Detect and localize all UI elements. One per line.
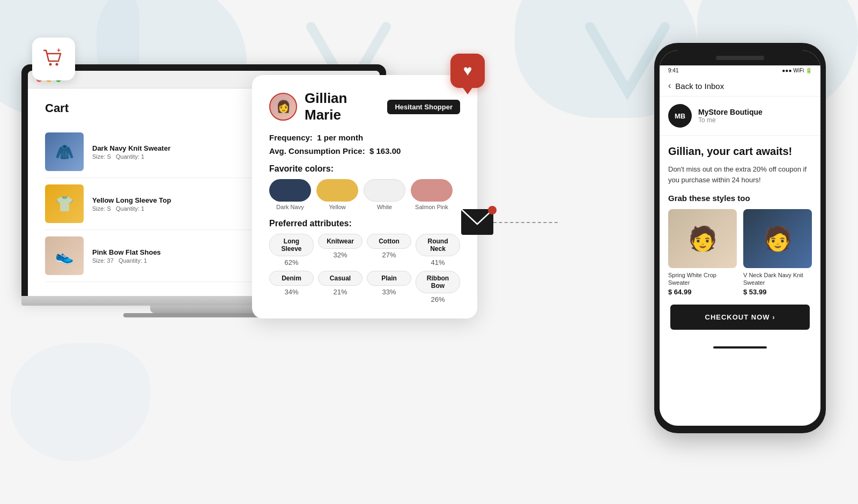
product-1-name: Spring White Crop Sweater xyxy=(668,271,737,287)
phone-time: 9:41 xyxy=(668,68,678,73)
profile-name: Gillian Marie xyxy=(305,90,380,123)
heart-bubble: ♥ xyxy=(450,54,485,88)
swatch-white-color xyxy=(364,179,405,202)
profile-avatar: 👩 xyxy=(269,93,297,121)
email-app: ‹ Back to Inbox MB MyStore Boutique To m… xyxy=(660,76,820,355)
checkout-now-button[interactable]: CHECKOUT NOW › xyxy=(670,305,810,330)
email-body-text: Don't miss out on the extra 20% off coup… xyxy=(668,164,812,185)
swatch-yellow-label: Yellow xyxy=(316,204,358,210)
attr-casual: Casual 21% xyxy=(318,271,363,303)
swatch-salmon-pink-color xyxy=(411,179,453,202)
cart-item-1-image: 🧥 xyxy=(45,132,84,171)
email-body: Gillian, your cart awaits! Don't miss ou… xyxy=(660,136,820,339)
attr-ribbon-bow: Ribbon Bow 26% xyxy=(416,271,460,303)
swatch-white-label: White xyxy=(364,204,405,210)
sender-row: MB MyStore Boutique To me xyxy=(660,97,820,136)
product-2-image: 🧑 xyxy=(743,209,812,268)
background-blob-5 xyxy=(11,343,150,461)
svg-text:+: + xyxy=(57,47,61,54)
attr-cotton: Cotton 27% xyxy=(367,234,411,266)
swatch-yellow-color xyxy=(316,179,358,202)
dashed-line-right xyxy=(493,222,558,223)
swatch-dark-navy-color xyxy=(269,179,311,202)
svg-point-0 xyxy=(49,63,52,66)
product-card-1: 🧑 Spring White Crop Sweater $ 64.99 xyxy=(668,209,737,296)
attr-denim-badge: Denim xyxy=(269,271,314,286)
phone: 9:41 ●●● WiFi 🔋 ‹ Back to Inbox MB MySto… xyxy=(654,43,826,433)
laptop-stand xyxy=(150,306,257,313)
product-2-price: $ 53.99 xyxy=(743,288,812,296)
phone-inner: 9:41 ●●● WiFi 🔋 ‹ Back to Inbox MB MySto… xyxy=(660,50,820,426)
attr-plain-pct: 33% xyxy=(367,288,411,296)
email-back-bar[interactable]: ‹ Back to Inbox xyxy=(660,76,820,97)
sender-name: MyStore Boutique xyxy=(698,108,763,116)
back-to-inbox-label: Back to Inbox xyxy=(675,81,724,91)
sender-avatar: MB xyxy=(668,104,692,128)
phone-home-bar xyxy=(660,339,820,355)
attr-knitwear-pct: 32% xyxy=(318,251,363,259)
attr-knitwear-badge: Knitwear xyxy=(318,234,363,249)
attributes-grid: Long Sleeve 62% Knitwear 32% Cotton 27% … xyxy=(269,234,460,303)
profile-header: 👩 Gillian Marie Hesitant Shopper xyxy=(269,90,460,123)
phone-status-bar: 9:41 ●●● WiFi 🔋 xyxy=(660,65,820,76)
home-indicator xyxy=(713,346,767,349)
attr-casual-pct: 21% xyxy=(318,288,363,296)
email-headline: Gillian, your cart awaits! xyxy=(668,145,812,158)
swatch-dark-navy: Dark Navy xyxy=(269,179,311,210)
email-subheading: Grab these styles too xyxy=(668,194,812,203)
sender-to: To me xyxy=(698,116,763,124)
email-icon-wrapper xyxy=(461,209,493,235)
attr-cotton-pct: 27% xyxy=(367,251,411,259)
cart-icon-badge: + xyxy=(32,38,75,80)
avg-consumption-stat: Avg. Consumption Price: $ 163.00 xyxy=(269,146,460,155)
attr-long-sleeve-pct: 62% xyxy=(269,258,314,266)
swatch-salmon-pink-label: Salmon Pink xyxy=(411,204,453,210)
color-swatches: Dark Navy Yellow White Salmon Pink xyxy=(269,179,460,210)
attr-round-neck-badge: Round Neck xyxy=(416,234,460,256)
phone-signal: ●●● WiFi 🔋 xyxy=(782,68,812,73)
hesitant-shopper-badge: Hesitant Shopper xyxy=(387,100,460,114)
email-notification-dot xyxy=(488,206,497,214)
attr-plain-badge: Plain xyxy=(367,271,411,286)
attr-cotton-badge: Cotton xyxy=(367,234,411,249)
attr-denim-pct: 34% xyxy=(269,288,314,296)
attr-long-sleeve-badge: Long Sleeve xyxy=(269,234,314,256)
phone-outer: 9:41 ●●● WiFi 🔋 ‹ Back to Inbox MB MySto… xyxy=(654,43,826,433)
attr-ribbon-bow-badge: Ribbon Bow xyxy=(416,271,460,293)
attr-denim: Denim 34% xyxy=(269,271,314,303)
cart-item-2-image: 👕 xyxy=(45,184,84,223)
phone-pill xyxy=(716,56,764,60)
product-card-2: 🧑 V Neck Dark Navy Knit Sweater $ 53.99 xyxy=(743,209,812,296)
favorite-colors-title: Favorite colors: xyxy=(269,164,460,174)
back-chevron-icon: ‹ xyxy=(668,81,671,91)
product-1-price: $ 64.99 xyxy=(668,288,737,296)
swatch-dark-navy-label: Dark Navy xyxy=(269,204,311,210)
frequency-stat: Frequency: 1 per month xyxy=(269,133,460,142)
phone-notch xyxy=(660,50,820,65)
attr-long-sleeve: Long Sleeve 62% xyxy=(269,234,314,266)
profile-card: 👩 Gillian Marie Hesitant Shopper Frequen… xyxy=(252,75,477,318)
email-envelope xyxy=(461,209,493,235)
attr-round-neck: Round Neck 41% xyxy=(416,234,460,266)
attr-casual-badge: Casual xyxy=(318,271,363,286)
swatch-white: White xyxy=(364,179,405,210)
preferred-attributes-title: Preferred attributes: xyxy=(269,219,460,228)
swatch-yellow: Yellow xyxy=(316,179,358,210)
recommended-products-grid: 🧑 Spring White Crop Sweater $ 64.99 🧑 V … xyxy=(668,209,812,296)
attr-knitwear: Knitwear 32% xyxy=(318,234,363,266)
product-1-image: 🧑 xyxy=(668,209,737,268)
cart-item-3-image: 👟 xyxy=(45,236,84,275)
swatch-salmon-pink: Salmon Pink xyxy=(411,179,453,210)
attr-round-neck-pct: 41% xyxy=(416,258,460,266)
heart-icon: ♥ xyxy=(463,62,472,79)
attr-plain: Plain 33% xyxy=(367,271,411,303)
product-2-name: V Neck Dark Navy Knit Sweater xyxy=(743,271,812,287)
sender-info: MyStore Boutique To me xyxy=(698,108,763,124)
attr-ribbon-bow-pct: 26% xyxy=(416,295,460,303)
svg-point-1 xyxy=(56,63,58,66)
cart-icon: + xyxy=(42,47,65,71)
